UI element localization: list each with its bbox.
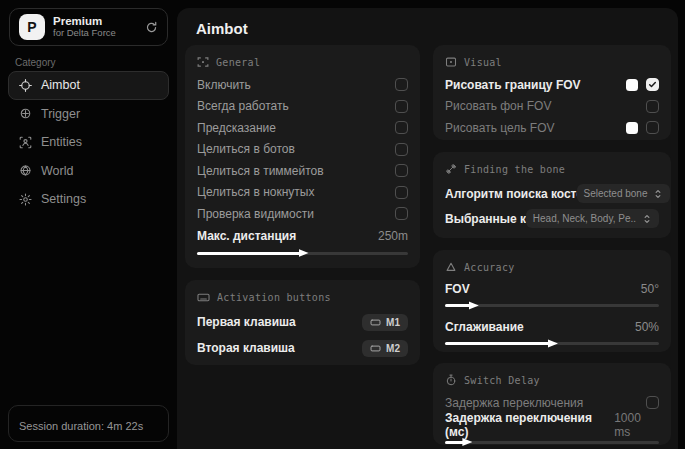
setting-row: Всегда работать: [197, 96, 408, 118]
page-title: Aimbot: [196, 20, 248, 37]
sidebar-item-settings[interactable]: Settings: [8, 185, 169, 214]
bone-algorithm-row: Алгоритм поиска костей Selected bone: [445, 181, 659, 206]
gear-icon: [19, 193, 32, 206]
activation-section-header: Activation buttons: [197, 289, 408, 305]
checkbox-always-work[interactable]: [395, 100, 408, 113]
monitor-icon: [445, 56, 457, 68]
bone-algorithm-select[interactable]: Selected bone: [577, 184, 671, 203]
bone-card: Finding the bone Алгоритм поиска костей …: [433, 152, 671, 238]
smoothing-row: Сглаживание 50%: [445, 317, 659, 337]
sidebar-item-label: World: [41, 164, 73, 178]
smoothing-slider[interactable]: [445, 342, 659, 345]
checkbox-prediction[interactable]: [395, 121, 408, 134]
checkbox-draw-fov-border[interactable]: [646, 78, 659, 91]
checkbox-switch-delay[interactable]: [646, 396, 659, 409]
keybind-button-secondary[interactable]: M2: [362, 340, 408, 357]
max-distance-value: 250m: [378, 229, 408, 243]
setting-row: Рисовать фон FOV: [445, 96, 659, 118]
slider-thumb[interactable]: [462, 437, 472, 447]
slider-thumb[interactable]: [469, 301, 479, 311]
selected-bones-row: Выбранные кости Head, Neck, Body, Pe..: [445, 206, 659, 231]
setting-row: Рисовать границу FOV: [445, 74, 659, 96]
accuracy-card: Accuracy FOV 50° Сглаживание 50%: [433, 250, 671, 352]
switch-delay-slider[interactable]: [445, 441, 659, 444]
fov-value: 50°: [641, 282, 659, 296]
sidebar-item-label: Trigger: [41, 107, 80, 121]
sidebar-item-label: Entities: [41, 135, 82, 149]
sidebar-item-label: Aimbot: [41, 78, 80, 92]
fov-border-color-swatch[interactable]: [626, 79, 638, 91]
app-logo: P: [19, 14, 45, 40]
switch-delay-section-header: Switch Delay: [445, 372, 659, 388]
checkbox-target-bots[interactable]: [395, 143, 408, 156]
selected-bones-select[interactable]: Head, Neck, Body, Pe..: [526, 209, 659, 228]
category-label: Category: [15, 57, 56, 68]
checkbox-visibility-check[interactable]: [395, 207, 408, 220]
bone-icon: [445, 163, 457, 175]
session-duration: Session duration: 4m 22s: [8, 405, 169, 442]
sidebar-nav: Aimbot Trigger Entities: [8, 71, 169, 214]
sidebar-item-aimbot[interactable]: Aimbot: [8, 71, 169, 100]
accuracy-section-header: Accuracy: [445, 259, 659, 275]
entities-icon: [19, 136, 32, 149]
sidebar-item-trigger[interactable]: Trigger: [8, 100, 169, 129]
switch-delay-ms-row: Задержка переключения (мс) 1000 ms: [445, 414, 659, 436]
checkbox-enable[interactable]: [395, 78, 408, 91]
globe-icon: [19, 164, 32, 177]
slider-thumb[interactable]: [548, 339, 558, 349]
max-distance-slider[interactable]: [197, 252, 408, 255]
switch-delay-card: Switch Delay Задержка переключения Задер…: [433, 363, 671, 445]
triangle-icon: [445, 261, 457, 273]
stopwatch-icon: [445, 374, 457, 386]
refresh-icon[interactable]: [145, 21, 158, 34]
activation-card: Activation buttons Первая клавиша M1 Вто…: [185, 280, 420, 365]
unfold-icon: [653, 189, 663, 199]
checkbox-target-knocked[interactable]: [395, 186, 408, 199]
setting-row: Включить: [197, 74, 408, 96]
setting-row: Предсказание: [197, 117, 408, 139]
slider-thumb[interactable]: [299, 248, 309, 258]
visual-section-header: Visual: [445, 54, 659, 70]
setting-row: Целиться в нокнутых: [197, 182, 408, 204]
fov-slider[interactable]: [445, 304, 659, 307]
unfold-icon: [642, 214, 652, 224]
viewfinder-icon: [197, 56, 209, 68]
sidebar-item-label: Settings: [41, 192, 86, 206]
checkbox-target-teammates[interactable]: [395, 164, 408, 177]
checkbox-draw-fov-background[interactable]: [646, 100, 659, 113]
checkbox-draw-fov-target[interactable]: [646, 121, 659, 134]
switch-delay-value: 1000 ms: [614, 411, 659, 439]
main-panel: Aimbot General Включить Всегда работать …: [177, 8, 678, 449]
sidebar-item-entities[interactable]: Entities: [8, 128, 169, 157]
sidebar-item-world[interactable]: World: [8, 157, 169, 186]
app-subtitle: for Delta Force: [53, 28, 137, 39]
keybind-button-primary[interactable]: M1: [362, 314, 408, 331]
bone-section-header: Finding the bone: [445, 161, 659, 177]
sidebar: P Premium for Delta Force Category Aimbo…: [0, 0, 177, 449]
setting-row: Проверка видимости: [197, 203, 408, 225]
max-distance-row: Макс. дистанция 250m: [197, 225, 408, 247]
crosshair-icon: [19, 79, 32, 92]
fov-row: FOV 50°: [445, 279, 659, 299]
app-header: P Premium for Delta Force: [9, 8, 168, 46]
fov-target-color-swatch[interactable]: [626, 122, 638, 134]
setting-row: Целиться в ботов: [197, 139, 408, 161]
visual-card: Visual Рисовать границу FOV Рисовать фон…: [433, 45, 671, 140]
smoothing-value: 50%: [635, 320, 659, 334]
general-section-header: General: [197, 54, 408, 70]
trigger-icon: [19, 107, 32, 120]
keybind-row: Вторая клавиша M2: [197, 335, 408, 361]
keyboard-icon: [197, 291, 210, 304]
keybind-row: Первая клавиша M1: [197, 309, 408, 335]
setting-row: Рисовать цель FOV: [445, 117, 659, 139]
general-card: General Включить Всегда работать Предска…: [185, 45, 420, 268]
setting-row: Целиться в тиммейтов: [197, 160, 408, 182]
